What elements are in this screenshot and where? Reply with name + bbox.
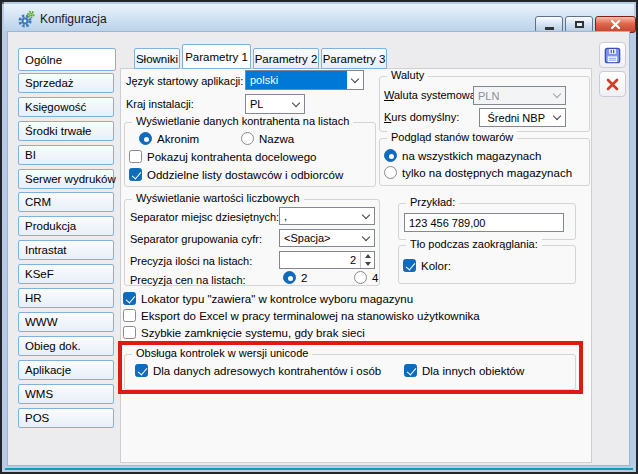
excel-export-checkbox[interactable] — [123, 309, 136, 322]
sidebar-item-wms[interactable]: WMS — [18, 384, 114, 404]
language-value: polski — [246, 71, 347, 89]
sidebar-item-label: CRM — [25, 196, 51, 208]
group-title: Obsługa kontrolek w wersji unicode — [132, 347, 312, 359]
unicode-address-data-checkbox[interactable] — [135, 364, 148, 377]
radio-akronim[interactable] — [139, 132, 152, 145]
decimal-separator-value: , — [280, 208, 358, 224]
sidebar-item-aplikacje[interactable]: Aplikacje — [18, 360, 114, 380]
sidebar-item-label: HR — [25, 292, 42, 304]
spin-up-button[interactable] — [361, 252, 374, 260]
tab-parametry-3[interactable]: Parametry 3 — [321, 48, 387, 69]
save-button[interactable] — [599, 42, 626, 68]
cancel-button[interactable] — [599, 71, 626, 97]
sidebar-item-label: Serwer wydruków — [25, 173, 116, 185]
sidebar-item-label: BI — [25, 149, 36, 161]
arrow-down-icon — [365, 262, 371, 266]
quick-shutdown-checkbox[interactable] — [123, 326, 136, 339]
tab-label: Parametry 3 — [323, 53, 386, 65]
group-title: Wyświetlanie wartości liczbowych — [132, 192, 304, 204]
separate-lists-label: Oddzielne listy dostawców i odbiorców — [147, 169, 343, 181]
sidebar-item-intrastat[interactable]: Intrastat — [18, 240, 114, 260]
radio-price-precision-2[interactable] — [283, 271, 296, 284]
unicode-other-objects-checkbox[interactable] — [404, 364, 417, 377]
radio-price-precision-4[interactable] — [354, 271, 367, 284]
sidebar-item-obieg-dok[interactable]: Obieg dok. — [18, 336, 114, 356]
quick-shutdown-label: Szybkie zamknięcie systemu, gdy brak sie… — [141, 327, 365, 339]
country-combo[interactable]: PL — [245, 94, 305, 114]
title-bar[interactable]: Konfiguracja — [4, 4, 634, 31]
spin-down-button[interactable] — [361, 260, 374, 268]
sidebar-item-ksiegowosc[interactable]: Księgowość — [18, 97, 114, 117]
group-title: Wyświetlanie danych kontrahenta na lista… — [132, 115, 353, 127]
example-number-value: 123 456 789,00 — [409, 217, 485, 229]
sidebar-item-produkcja[interactable]: Produkcja — [18, 216, 114, 236]
sidebar-item-serwer-wydrukow[interactable]: Serwer wydruków — [18, 169, 114, 189]
system-currency-combo: PLN — [473, 86, 566, 105]
show-target-contractor-checkbox[interactable] — [129, 150, 142, 163]
sidebar-item-label: Intrastat — [25, 244, 67, 256]
chevron-down-icon — [358, 230, 374, 246]
sidebar-item-hr[interactable]: HR — [18, 288, 114, 308]
sidebar-item-ogolne[interactable]: Ogólne — [18, 48, 116, 71]
digit-grouping-combo[interactable]: <Spacja> — [279, 229, 375, 247]
tab-label: Słowniki — [136, 53, 178, 65]
radio-akronim-label: Akronim — [157, 133, 199, 145]
sidebar-item-label: KSeF — [25, 268, 54, 280]
arrow-up-icon — [365, 254, 371, 258]
radio-all-warehouses-label: na wszystkich magazynach — [402, 150, 541, 162]
sidebar-item-bi[interactable]: BI — [18, 145, 114, 165]
chevron-down-icon — [288, 95, 304, 113]
language-label: Język startowy aplikacji: — [126, 75, 243, 87]
rounding-color-checkbox[interactable] — [403, 259, 416, 272]
sidebar-item-pos[interactable]: POS — [18, 408, 114, 428]
window-title: Konfiguracja — [40, 12, 107, 26]
tab-parametry-1[interactable]: Parametry 1 — [182, 44, 251, 69]
default-rate-value: Średni NBP — [480, 109, 549, 126]
sidebar-item-label: Środki trwałe — [25, 125, 91, 137]
cancel-x-icon — [605, 77, 620, 92]
radio-price-precision-4-label: 4 — [372, 272, 378, 284]
system-currency-label: Waluta systemowa: — [384, 89, 479, 101]
country-label: Kraj instalacji: — [126, 98, 194, 110]
example-number-field[interactable]: 123 456 789,00 — [404, 213, 564, 232]
bottom-accent-line — [5, 468, 633, 470]
sidebar-item-sprzedaz[interactable]: Sprzedaż — [18, 73, 114, 93]
default-rate-label: Kurs domyślny: — [384, 111, 459, 123]
tab-parametry-2[interactable]: Parametry 2 — [253, 48, 319, 69]
radio-only-available-warehouses[interactable] — [384, 166, 397, 179]
price-precision-label: Precyzja cen na listach: — [130, 274, 246, 286]
digit-grouping-value: <Spacja> — [280, 230, 358, 246]
default-rate-combo[interactable]: Średni NBP — [479, 108, 566, 127]
sidebar-item-label: Obieg dok. — [25, 340, 81, 352]
sidebar-item-crm[interactable]: CRM — [18, 192, 114, 212]
sidebar-item-srodki-trwale[interactable]: Środki trwałe — [18, 121, 114, 141]
country-value: PL — [246, 95, 288, 113]
language-combo[interactable]: polski — [245, 70, 364, 90]
sidebar-item-label: POS — [25, 412, 49, 424]
rounding-color-label: Kolor: — [421, 260, 451, 272]
radio-price-precision-2-label: 2 — [301, 272, 307, 284]
locator-contains-checkbox[interactable] — [123, 292, 136, 305]
sidebar-item-ksef[interactable]: KSeF — [18, 264, 114, 284]
minimize-icon — [545, 27, 554, 30]
decimal-separator-combo[interactable]: , — [279, 207, 375, 225]
configuration-window: Konfiguracja Ogólne Sprzedaż Księgowość … — [0, 0, 638, 474]
group-title: Przykład: — [406, 196, 459, 208]
group-title: Podgląd stanów towarów — [387, 131, 517, 143]
sidebar-item-www[interactable]: WWW — [18, 312, 114, 332]
quantity-precision-label: Precyzja ilości na listach: — [130, 255, 252, 267]
unicode-address-data-label: Dla danych adresowych kontrahentów i osó… — [153, 365, 381, 377]
unicode-other-objects-label: Dla innych obiektów — [422, 365, 524, 377]
sidebar-item-label: Sprzedaż — [25, 77, 74, 89]
sidebar-item-label: Aplikacje — [25, 364, 71, 376]
system-currency-value: PLN — [474, 87, 549, 104]
digit-grouping-label: Separator grupowania cyfr: — [130, 233, 262, 245]
separate-lists-checkbox[interactable] — [129, 168, 142, 181]
tab-slowniki[interactable]: Słowniki — [134, 48, 180, 69]
quantity-precision-stepper[interactable]: 2 — [279, 251, 375, 269]
radio-all-warehouses[interactable] — [384, 149, 397, 162]
radio-nazwa[interactable] — [241, 132, 254, 145]
sidebar-item-label: WWW — [25, 316, 58, 328]
decimal-separator-label: Separator miejsc dziesiętnych: — [130, 211, 279, 223]
color-swatch[interactable] — [2, 2, 4, 4]
